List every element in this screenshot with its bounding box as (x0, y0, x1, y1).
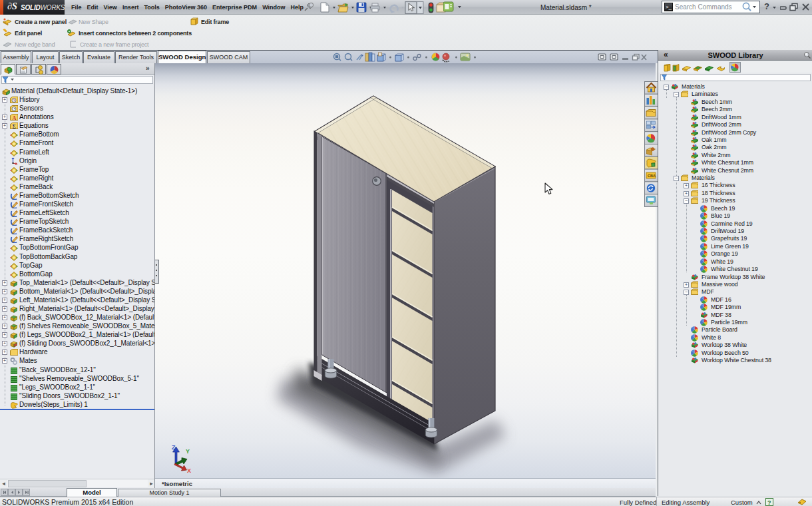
svg-text:Y: Y (186, 448, 190, 455)
svg-text:X: X (187, 467, 191, 474)
svg-text:?: ? (767, 499, 771, 506)
svg-text:CBA: CBA (648, 174, 656, 178)
svg-text:A: A (13, 115, 17, 121)
svg-text:Σ: Σ (13, 124, 16, 130)
